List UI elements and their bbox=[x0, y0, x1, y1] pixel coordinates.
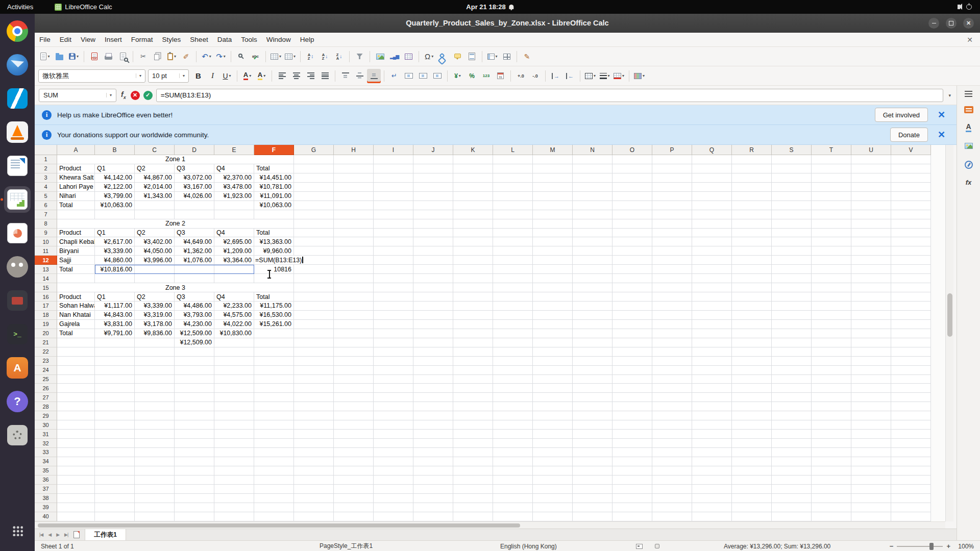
cell-T9[interactable] bbox=[812, 229, 851, 238]
cell-H40[interactable] bbox=[334, 512, 374, 521]
cell-B38[interactable] bbox=[95, 494, 135, 503]
cell-N13[interactable] bbox=[573, 265, 612, 274]
row-header-26[interactable]: 26 bbox=[35, 384, 57, 393]
delete-decimal-place-button[interactable]: -.0 bbox=[528, 69, 542, 83]
cell-C28[interactable] bbox=[135, 402, 175, 411]
cell-E38[interactable] bbox=[214, 494, 254, 503]
cell-T10[interactable] bbox=[812, 237, 851, 246]
volume-icon[interactable] bbox=[958, 5, 960, 9]
cell-E19[interactable]: ¥4,022.00 bbox=[214, 320, 254, 329]
cell-S10[interactable] bbox=[772, 237, 812, 246]
cell-N26[interactable] bbox=[573, 384, 612, 393]
cell-H2[interactable] bbox=[334, 164, 374, 173]
cell-I26[interactable] bbox=[374, 384, 413, 393]
cell-G34[interactable] bbox=[294, 457, 334, 466]
menu-data[interactable]: Data bbox=[213, 33, 237, 46]
cell-H1[interactable] bbox=[334, 155, 374, 164]
cell-Q18[interactable] bbox=[692, 311, 732, 320]
cell-G1[interactable] bbox=[294, 155, 334, 164]
cell-N17[interactable] bbox=[573, 302, 612, 311]
cell-G2[interactable] bbox=[294, 164, 334, 173]
cell-P12[interactable] bbox=[652, 256, 692, 265]
cell-U20[interactable] bbox=[851, 329, 891, 338]
cell-D30[interactable] bbox=[175, 420, 214, 430]
cell-B21[interactable] bbox=[95, 338, 135, 347]
cell-H36[interactable] bbox=[334, 475, 374, 485]
cell-E29[interactable] bbox=[214, 411, 254, 420]
cell-I5[interactable] bbox=[374, 192, 413, 201]
show-applications-icon[interactable] bbox=[4, 517, 31, 544]
cell-P1[interactable] bbox=[652, 155, 692, 164]
cell-T25[interactable] bbox=[812, 375, 851, 384]
cell-T4[interactable] bbox=[812, 183, 851, 192]
cell-Q37[interactable] bbox=[692, 485, 732, 494]
cell-I32[interactable] bbox=[374, 439, 413, 448]
row-header-19[interactable]: 19 bbox=[35, 320, 57, 329]
merge-and-center-button[interactable] bbox=[402, 69, 415, 83]
cell-S11[interactable] bbox=[772, 246, 812, 256]
cell-A6[interactable]: Total bbox=[57, 201, 95, 210]
cell-J11[interactable] bbox=[413, 246, 453, 256]
row-header-40[interactable]: 40 bbox=[35, 512, 57, 521]
cell-K26[interactable] bbox=[453, 384, 493, 393]
cell-F36[interactable] bbox=[254, 475, 294, 485]
menu-styles[interactable]: Styles bbox=[158, 33, 186, 46]
cancel-edit-button[interactable]: ✕ bbox=[131, 91, 140, 100]
cell-N3[interactable] bbox=[573, 173, 612, 183]
cell-C38[interactable] bbox=[135, 494, 175, 503]
cell-V37[interactable] bbox=[891, 485, 931, 494]
cell-Q40[interactable] bbox=[692, 512, 732, 521]
cell-L4[interactable] bbox=[493, 183, 533, 192]
cell-O33[interactable] bbox=[612, 448, 652, 457]
cell-V33[interactable] bbox=[891, 448, 931, 457]
cell-R1[interactable] bbox=[732, 155, 772, 164]
cell-O16[interactable] bbox=[612, 292, 652, 302]
cell-V11[interactable] bbox=[891, 246, 931, 256]
cell-H29[interactable] bbox=[334, 411, 374, 420]
cell-K35[interactable] bbox=[453, 466, 493, 475]
cell-P13[interactable] bbox=[652, 265, 692, 274]
column-header-I[interactable]: I bbox=[374, 145, 413, 155]
cell-P5[interactable] bbox=[652, 192, 692, 201]
cell-K9[interactable] bbox=[453, 229, 493, 238]
cell-U2[interactable] bbox=[851, 164, 891, 173]
cell-E22[interactable] bbox=[214, 347, 254, 357]
cell-N28[interactable] bbox=[573, 402, 612, 411]
dock-settings-icon[interactable] bbox=[4, 422, 31, 448]
cell-J40[interactable] bbox=[413, 512, 453, 521]
cell-B7[interactable] bbox=[95, 210, 135, 219]
cell-N31[interactable] bbox=[573, 430, 612, 439]
zoom-in-icon[interactable]: + bbox=[946, 542, 950, 550]
cell-F38[interactable] bbox=[254, 494, 294, 503]
cell-Q20[interactable] bbox=[692, 329, 732, 338]
cell-J12[interactable] bbox=[413, 256, 453, 265]
cell-D12[interactable]: ¥1,076.00 bbox=[175, 256, 214, 265]
cell-R22[interactable] bbox=[732, 347, 772, 357]
cell-C35[interactable] bbox=[135, 466, 175, 475]
cell-U19[interactable] bbox=[851, 320, 891, 329]
cell-G30[interactable] bbox=[294, 420, 334, 430]
cell-A2[interactable]: Product bbox=[57, 164, 95, 173]
cell-N36[interactable] bbox=[573, 475, 612, 485]
center-vertically-button[interactable] bbox=[353, 69, 366, 83]
cell-T23[interactable] bbox=[812, 357, 851, 366]
column-header-V[interactable]: V bbox=[891, 145, 931, 155]
vertical-scrollbar[interactable] bbox=[945, 145, 953, 521]
cell-L25[interactable] bbox=[493, 375, 533, 384]
cell-F16[interactable]: Total bbox=[254, 292, 294, 302]
cell-C3[interactable]: ¥4,867.00 bbox=[135, 173, 175, 183]
cell-C33[interactable] bbox=[135, 448, 175, 457]
cell-V17[interactable] bbox=[891, 302, 931, 311]
cell-O11[interactable] bbox=[612, 246, 652, 256]
cell-F3[interactable]: ¥14,451.00 bbox=[254, 173, 294, 183]
insert-hyperlink-button[interactable] bbox=[436, 49, 450, 64]
cell-G4[interactable] bbox=[294, 183, 334, 192]
menu-file[interactable]: File bbox=[35, 33, 55, 46]
cell-B14[interactable] bbox=[95, 274, 135, 283]
cell-O1[interactable] bbox=[612, 155, 652, 164]
cell-B6[interactable]: ¥10,063.00 bbox=[95, 201, 135, 210]
cell-P19[interactable] bbox=[652, 320, 692, 329]
cell-M31[interactable] bbox=[533, 430, 573, 439]
cell-L3[interactable] bbox=[493, 173, 533, 183]
cell-A13[interactable]: Total bbox=[57, 265, 95, 274]
